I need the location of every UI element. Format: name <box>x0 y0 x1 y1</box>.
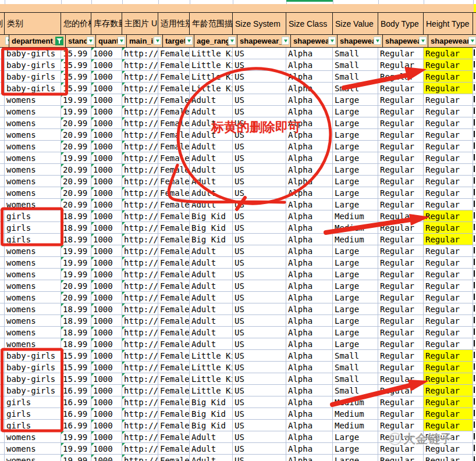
cell-size-value[interactable]: Small <box>333 83 378 94</box>
cell-size-system[interactable]: US <box>233 245 286 257</box>
cell-size-system[interactable]: US <box>233 443 286 455</box>
cell-age[interactable]: Big Kid <box>190 210 233 222</box>
cell-image[interactable]: http://p <box>122 350 158 362</box>
cell-age[interactable]: Big Kid <box>190 396 233 408</box>
cell-image[interactable]: http://p <box>122 420 158 431</box>
cell-quantity[interactable]: 1000 <box>91 83 122 94</box>
cell-size-system[interactable]: US <box>233 59 286 71</box>
cell-height-type[interactable]: Regular <box>424 269 473 280</box>
cell-quantity[interactable]: 1000 <box>91 362 122 373</box>
cell-price[interactable]: 19.99 <box>61 152 91 164</box>
cell-size-class[interactable]: Alpha <box>286 245 333 257</box>
cell-body-type[interactable]: Regular <box>378 164 424 176</box>
cell-price[interactable]: 19.99 <box>61 269 91 280</box>
cell-size-system[interactable]: US <box>233 327 286 338</box>
cell-body-type[interactable]: Regular <box>378 152 424 164</box>
filter-department[interactable]: department_ <box>9 35 66 48</box>
cell-size-system[interactable]: US <box>233 373 286 385</box>
cell-size-value[interactable]: Medium <box>333 408 378 420</box>
cell-size-class[interactable]: Alpha <box>286 420 333 431</box>
cell-gender[interactable]: Female <box>158 245 190 257</box>
cell-price[interactable]: 16.99 <box>61 408 91 420</box>
cell-department[interactable]: baby-girls <box>5 350 61 362</box>
column-header-department[interactable]: 类别 <box>5 12 61 35</box>
cell-height-type[interactable]: Regular <box>424 327 473 338</box>
cell-size-value[interactable]: Large <box>333 106 378 117</box>
cell-gender[interactable]: Female <box>158 315 190 327</box>
cell-gender[interactable]: Female <box>158 210 190 222</box>
cell-height-type[interactable]: Regular <box>424 280 473 292</box>
cell-gender[interactable]: Female <box>158 269 190 280</box>
cell-department[interactable]: womens <box>5 152 61 164</box>
cell-quantity[interactable]: 1000 <box>91 315 122 327</box>
cell-age[interactable]: Little Kid <box>190 48 233 59</box>
cell-age[interactable]: Big Kid <box>190 408 233 420</box>
cell-department[interactable]: womens <box>5 443 61 455</box>
cell-department[interactable]: womens <box>5 315 61 327</box>
cell-height-type[interactable]: Regular <box>424 71 473 83</box>
cell-quantity[interactable]: 1000 <box>91 187 122 199</box>
cell-image[interactable]: http://p <box>122 292 158 303</box>
cell-image[interactable]: http://p <box>122 48 158 59</box>
cell-size-class[interactable]: Alpha <box>286 152 333 164</box>
cell-height-type[interactable]: Regular <box>424 257 473 269</box>
cell-size-value[interactable]: Large <box>333 269 378 280</box>
cell-department[interactable]: girls <box>5 420 61 431</box>
cell-size-value[interactable]: Large <box>333 94 378 106</box>
cell-age[interactable]: Big Kid <box>190 420 233 431</box>
cell-quantity[interactable]: 1000 <box>91 141 122 152</box>
cell-size-class[interactable]: Alpha <box>286 303 333 315</box>
cell-image[interactable]: http://p <box>122 106 158 117</box>
dropdown-arrow-icon[interactable] <box>185 37 193 45</box>
cell-gender[interactable]: Female <box>158 362 190 373</box>
cell-price[interactable]: 18.99 <box>61 303 91 315</box>
cell-department[interactable]: womens <box>5 117 61 129</box>
cell-quantity[interactable]: 1000 <box>91 292 122 303</box>
cell-image[interactable]: http://p <box>122 117 158 129</box>
cell-height-type[interactable]: Regular <box>424 83 473 94</box>
cell-size-value[interactable]: Large <box>333 129 378 141</box>
cell-quantity[interactable]: 1000 <box>91 245 122 257</box>
cell-size-class[interactable]: Alpha <box>286 94 333 106</box>
cell-gender[interactable]: Female <box>158 338 190 350</box>
cell-size-class[interactable]: Alpha <box>286 234 333 245</box>
cell-department[interactable]: womens <box>5 164 61 176</box>
cell-quantity[interactable]: 1000 <box>91 199 122 210</box>
cell-size-class[interactable]: Alpha <box>286 350 333 362</box>
cell-gender[interactable]: Female <box>158 71 190 83</box>
cell-size-class[interactable]: Alpha <box>286 431 333 443</box>
cell-age[interactable]: Little Kid <box>190 59 233 71</box>
cell-quantity[interactable]: 1000 <box>91 129 122 141</box>
cell-size-value[interactable]: Medium <box>333 210 378 222</box>
cell-body-type[interactable]: Regular <box>378 129 424 141</box>
cell-gender[interactable]: Female <box>158 152 190 164</box>
cell-quantity[interactable]: 1000 <box>91 455 122 461</box>
cell-quantity[interactable]: 1000 <box>91 48 122 59</box>
cell-height-type[interactable]: Regular <box>424 396 473 408</box>
cell-size-class[interactable]: Alpha <box>286 257 333 269</box>
cell-body-type[interactable]: Regular <box>378 315 424 327</box>
cell-quantity[interactable]: 1000 <box>91 385 122 396</box>
cell-quantity[interactable]: 1000 <box>91 152 122 164</box>
cell-department[interactable]: girls <box>5 234 61 245</box>
cell-gender[interactable]: Female <box>158 106 190 117</box>
cell-quantity[interactable]: 1000 <box>91 176 122 187</box>
cell-size-system[interactable]: US <box>233 420 286 431</box>
cell-body-type[interactable]: Regular <box>378 106 424 117</box>
cell-age[interactable]: Adult <box>190 245 233 257</box>
cell-size-system[interactable]: US <box>233 152 286 164</box>
column-header-image[interactable]: 主图片 U <box>122 12 158 35</box>
cell-gender[interactable]: Female <box>158 443 190 455</box>
dropdown-arrow-icon[interactable] <box>282 37 289 45</box>
cell-price[interactable]: 18.99 <box>61 327 91 338</box>
cell-price[interactable]: 16.99 <box>61 385 91 396</box>
dropdown-arrow-icon[interactable] <box>228 37 236 45</box>
filter-size-class[interactable]: shapewea <box>291 35 338 48</box>
cell-size-system[interactable]: US <box>233 338 286 350</box>
cell-size-system[interactable]: US <box>233 94 286 106</box>
cell-size-value[interactable]: Large <box>333 303 378 315</box>
cell-price[interactable]: 19.99 <box>61 431 91 443</box>
cell-price[interactable]: 18.99 <box>61 338 91 350</box>
cell-age[interactable]: Adult <box>190 280 233 292</box>
cell-size-system[interactable]: US <box>233 234 286 245</box>
